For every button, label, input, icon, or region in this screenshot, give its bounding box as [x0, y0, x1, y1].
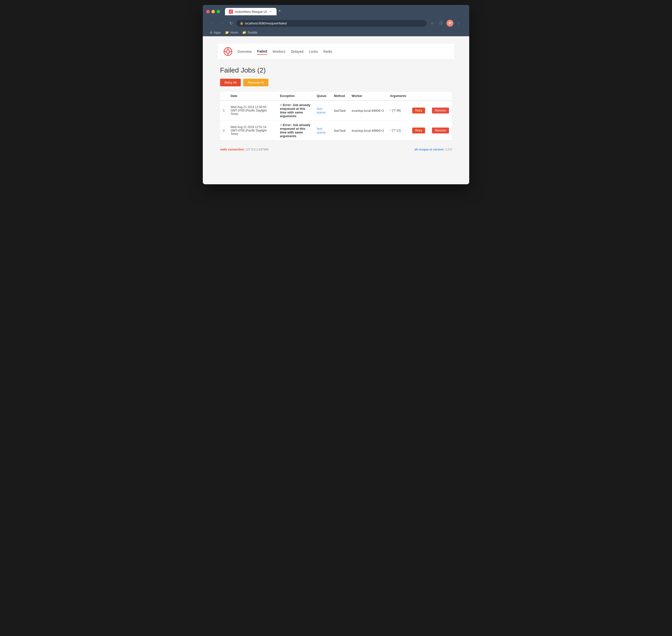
chrome-bookmarks: ⊝ Apps 📁 Voom 📁 Seattle — [206, 29, 466, 36]
tab-title: ActionHero Resque UI — [235, 10, 267, 14]
chrome-titlebar: ActionHero Resque UI × + ← → ↻ 🔒 localho… — [203, 5, 469, 36]
version-label: ah-resque-ui version: — [414, 148, 444, 151]
row-num: 2 — [220, 121, 228, 141]
forward-button[interactable]: → — [219, 20, 225, 27]
col-date: Date — [228, 92, 277, 100]
col-action2 — [429, 92, 452, 100]
browser-window: ActionHero Resque UI × + ← → ↻ 🔒 localho… — [203, 5, 469, 184]
row-retry-cell: Retry — [409, 121, 429, 141]
queue-link[interactable]: fast-queue — [317, 107, 325, 114]
remove-all-button[interactable]: Remove All — [243, 79, 269, 86]
version-value: 1.0.0 — [445, 148, 452, 151]
col-num — [220, 92, 228, 100]
col-worker: Worker — [349, 92, 387, 100]
tab-favicon — [229, 9, 233, 14]
folder-icon-seattle: 📁 — [242, 31, 246, 34]
remove-button[interactable]: Remove — [432, 127, 449, 134]
svg-point-1 — [231, 11, 231, 12]
row-queue: fast-queue — [314, 100, 331, 121]
menu-button[interactable]: ⋮ — [455, 20, 462, 27]
nav-workers[interactable]: Workers — [273, 48, 285, 55]
row-date: Wed Aug 21 2019 12:51:14 GMT-0700 (Pacif… — [228, 121, 277, 141]
star-button[interactable]: ☆ — [429, 20, 436, 27]
row-args: •{"i":48} — [387, 100, 409, 121]
col-queue: Queue — [314, 92, 331, 100]
table-row: 2 Wed Aug 21 2019 12:51:14 GMT-0700 (Pac… — [220, 121, 452, 141]
row-num: 1 — [220, 100, 228, 121]
nav-delayed[interactable]: Delayed — [291, 48, 303, 55]
page-title: Failed Jobs (2) — [220, 66, 452, 74]
row-method: fastTask — [331, 100, 349, 121]
footer-version: ah-resque-ui version: 1.0.0 — [414, 148, 452, 151]
lock-icon: 🔒 — [240, 21, 243, 25]
col-arguments: Arguments — [387, 92, 409, 100]
row-exception: +Error: Job already enqueued at this tim… — [277, 121, 314, 141]
queue-link[interactable]: fast-queue — [317, 127, 325, 134]
resque-nav: Overview Failed Workers Delayed Locks Re… — [218, 44, 454, 59]
row-worker: evantop.local:49906+2 — [349, 121, 387, 141]
maximize-button[interactable] — [217, 10, 220, 13]
row-method: fastTask — [331, 121, 349, 141]
row-retry-cell: Retry — [409, 100, 429, 121]
page-content: Overview Failed Workers Delayed Locks Re… — [203, 36, 469, 184]
redis-label: redis connection: — [220, 148, 245, 151]
voom-label: Voom — [230, 31, 238, 34]
svg-point-3 — [226, 50, 230, 53]
minimize-button[interactable] — [212, 10, 215, 13]
page-footer: redis connection: 127.0.0.1:6379#0 ah-re… — [220, 148, 452, 151]
reload-button[interactable]: ↻ — [228, 20, 234, 27]
traffic-lights — [206, 10, 220, 13]
folder-icon-voom: 📁 — [225, 31, 229, 34]
row-remove-cell: Remove — [429, 121, 452, 141]
col-exception: Exception — [277, 92, 314, 100]
bookmark-apps[interactable]: ⊝ Apps — [210, 31, 221, 34]
row-date: Wed Aug 21 2019 12:50:55 GMT-0700 (Pacif… — [228, 100, 277, 121]
nav-actions: ☆ ⓘ P ⋮ — [429, 20, 462, 27]
redis-value: 127.0.0.1:6379#0 — [245, 148, 269, 151]
row-exception: +Error: Job already enqueued at this tim… — [277, 100, 314, 121]
nav-redis[interactable]: Redis — [323, 48, 332, 55]
retry-button[interactable]: Retry — [412, 107, 425, 114]
row-worker: evantop.local:49906+2 — [349, 100, 387, 121]
row-queue: fast-queue — [314, 121, 331, 141]
remove-button[interactable]: Remove — [432, 107, 449, 114]
bookmark-voom[interactable]: 📁 Voom — [225, 31, 238, 34]
tab-bar: ActionHero Resque UI × + — [225, 8, 466, 15]
col-action1 — [409, 92, 429, 100]
row-remove-cell: Remove — [429, 100, 452, 121]
close-button[interactable] — [206, 10, 210, 13]
bookmark-seattle[interactable]: 📁 Seattle — [242, 31, 257, 34]
chrome-nav: ← → ↻ 🔒 localhost:8080/resque#/failed ☆ … — [206, 18, 466, 29]
seattle-label: Seattle — [248, 31, 257, 34]
retry-button[interactable]: Retry — [412, 127, 425, 134]
main-content: Failed Jobs (2) Retry All Remove All Dat… — [218, 66, 454, 151]
address-bar[interactable]: 🔒 localhost:8080/resque#/failed — [236, 20, 427, 27]
table-header-row: Date Exception Queue Method Worker Argum… — [220, 92, 452, 100]
retry-all-button[interactable]: Retry All — [220, 79, 241, 86]
apps-label: Apps — [214, 31, 221, 34]
tab-close-button[interactable]: × — [269, 9, 273, 14]
nav-overview[interactable]: Overview — [237, 48, 252, 55]
col-method: Method — [331, 92, 349, 100]
apps-grid-icon: ⊝ — [210, 31, 212, 34]
action-buttons: Retry All Remove All — [220, 79, 452, 86]
info-button[interactable]: ⓘ — [438, 20, 444, 27]
nav-links: Overview Failed Workers Delayed Locks Re… — [237, 48, 332, 55]
resque-logo — [223, 47, 232, 56]
row-args: •{"i":12} — [387, 121, 409, 141]
nav-failed[interactable]: Failed — [257, 48, 267, 55]
table-row: 1 Wed Aug 21 2019 12:50:55 GMT-0700 (Pac… — [220, 100, 452, 121]
active-tab[interactable]: ActionHero Resque UI × — [225, 8, 277, 15]
back-button[interactable]: ← — [210, 20, 217, 27]
new-tab-button[interactable]: + — [277, 8, 283, 15]
url-text: localhost:8080/resque#/failed — [245, 21, 286, 25]
nav-locks[interactable]: Locks — [309, 48, 318, 55]
jobs-table: Date Exception Queue Method Worker Argum… — [220, 92, 452, 140]
profile-button[interactable]: P — [447, 20, 453, 27]
footer-redis: redis connection: 127.0.0.1:6379#0 — [220, 148, 269, 151]
